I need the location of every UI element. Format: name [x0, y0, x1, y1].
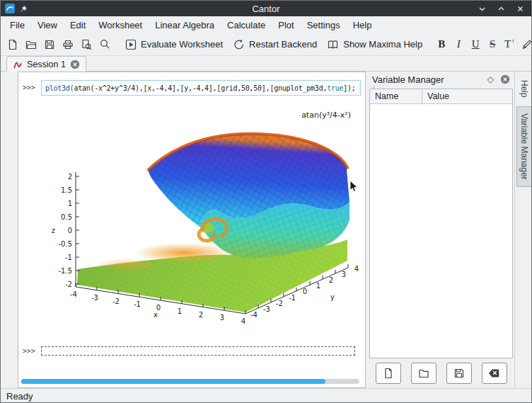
x-tick-label: 1: [178, 307, 182, 315]
print-icon: [62, 38, 74, 51]
superscript-label: T: [504, 38, 511, 50]
menu-calculate[interactable]: Calculate: [221, 18, 272, 33]
menu-view[interactable]: View: [31, 18, 64, 33]
superscript-button[interactable]: T↑: [501, 35, 518, 54]
menu-file[interactable]: File: [4, 18, 31, 33]
command-entry[interactable]: plot3d(atan(-x^2+y^3/4),[x,-4,4],[y,-4,4…: [41, 80, 361, 96]
bold-button[interactable]: B: [433, 35, 450, 54]
variables-table[interactable]: Name Value: [369, 89, 513, 358]
evaluate-worksheet-button[interactable]: Evaluate Worksheet: [120, 35, 228, 54]
x-tick-label: -2: [112, 297, 120, 305]
plot-title: atan(y³/4-x²): [301, 110, 351, 120]
print-preview-button[interactable]: [77, 35, 96, 54]
variable-manager-toolbar: [368, 363, 514, 384]
code-keyword: true: [327, 84, 343, 92]
y-tick-label: 0: [303, 288, 307, 295]
entry-grip-icon[interactable]: ⋮⋮: [356, 84, 369, 91]
underline-button[interactable]: U: [467, 35, 484, 54]
code-tail: ]);: [343, 84, 355, 92]
superscript-mark: ↑: [511, 38, 515, 45]
menu-edit[interactable]: Edit: [64, 18, 92, 33]
restart-backend-label: Restart Backend: [249, 39, 317, 50]
pen-icon: [521, 38, 532, 51]
command-code: plot3d(atan(-x^2+y^3/4),[x,-4,4],[y,-4,4…: [45, 84, 356, 92]
column-header-value[interactable]: Value: [422, 89, 454, 103]
clear-icon: [488, 368, 500, 379]
print-preview-icon: [80, 38, 93, 51]
find-button[interactable]: [96, 35, 114, 54]
session-tabbar: Session 1: [1, 56, 531, 72]
y-tick-label: -3: [263, 305, 270, 313]
menu-plot[interactable]: Plot: [272, 18, 300, 33]
open-button[interactable]: [22, 35, 40, 54]
close-icon[interactable]: [516, 5, 524, 13]
y-tick-label: 3: [342, 271, 346, 278]
z-tick-label: 0.5: [61, 213, 72, 221]
menu-worksheet[interactable]: Worksheet: [92, 18, 149, 33]
y-tick-label: -1: [289, 294, 296, 302]
code-args: atan(-x^2+y^3/4),[x,-4,4],[y,-4,4],[grid…: [74, 84, 327, 92]
worksheet-area[interactable]: >>> plot3d(atan(-x^2+y^3/4),[x,-4,4],[y,…: [18, 72, 366, 388]
maximize-icon[interactable]: [497, 5, 505, 13]
dock-tab-strip: Help Variable Manager: [514, 72, 532, 388]
toolbar: Evaluate Worksheet Restart Backend Show …: [1, 33, 531, 56]
save-variables-button[interactable]: [446, 363, 472, 384]
restart-backend-button[interactable]: Restart Backend: [228, 35, 322, 54]
dock-tab-variable-manager[interactable]: Variable Manager: [516, 106, 532, 187]
dock-tab-help[interactable]: Help: [517, 74, 531, 104]
restart-icon: [233, 38, 245, 51]
horizontal-scrollbar-thumb[interactable]: [21, 379, 325, 384]
titlebar[interactable]: Cantor: [1, 1, 531, 16]
save-icon: [453, 368, 465, 379]
code-function: plot3d(: [45, 84, 74, 92]
menu-settings[interactable]: Settings: [301, 18, 347, 33]
help-book-icon: [327, 38, 340, 51]
panel-close-icon[interactable]: [500, 74, 510, 84]
italic-button[interactable]: I: [450, 35, 467, 54]
x-tick-label: -1: [134, 300, 141, 308]
x-axis-label: x: [154, 311, 158, 319]
load-variables-button[interactable]: [411, 363, 436, 384]
menu-linear-algebra[interactable]: Linear Algebra: [149, 18, 221, 33]
tab-close-icon[interactable]: [70, 59, 80, 69]
z-tick-label: -1: [65, 254, 72, 261]
folder-icon: [418, 368, 429, 379]
variables-table-header: Name Value: [370, 89, 512, 104]
empty-command-entry[interactable]: [41, 346, 355, 356]
minimize-icon[interactable]: [478, 5, 486, 13]
x-tick-label: -3: [91, 294, 98, 302]
z-axis-label: z: [52, 227, 55, 234]
new-variable-button[interactable]: [376, 363, 401, 384]
y-tick-label: 4: [354, 265, 359, 273]
statusbar: Ready: [1, 388, 531, 403]
variable-manager-panel: Variable Manager ◇ Name Value: [368, 72, 514, 388]
tab-session-1[interactable]: Session 1: [6, 56, 86, 72]
save-button[interactable]: [40, 35, 59, 54]
z-tick-label: -0.5: [58, 240, 72, 248]
x-tick-label: 2: [199, 311, 203, 319]
status-text: Ready: [6, 391, 33, 402]
z-tick-label: 1: [68, 200, 72, 208]
text-color-button[interactable]: [518, 35, 532, 54]
plot3d-output: atan(y³/4-x²) 2 1.5 1 0.5 0 -0.5 -1 -1.5…: [42, 106, 364, 340]
window-title: Cantor: [1, 4, 531, 14]
column-header-name[interactable]: Name: [370, 89, 422, 103]
menu-help[interactable]: Help: [347, 18, 378, 33]
new-worksheet-button[interactable]: [4, 35, 22, 54]
show-maxima-help-button[interactable]: Show Maxima Help: [322, 35, 427, 54]
app-icon: [5, 4, 15, 13]
z-tick-label: 0: [68, 227, 72, 234]
panel-float-icon[interactable]: ◇: [487, 74, 494, 84]
variable-manager-title: Variable Manager: [372, 74, 487, 85]
mouse-cursor: [349, 180, 359, 196]
horizontal-scrollbar[interactable]: [21, 379, 359, 384]
cantor-window: Cantor File View Edit Worksheet Linear A…: [0, 0, 532, 403]
print-button[interactable]: [59, 35, 77, 54]
clear-variables-button[interactable]: [482, 363, 507, 384]
z-tick-label: 2: [68, 173, 72, 181]
maxima-icon: [13, 59, 23, 69]
command-prompt: >>>: [23, 84, 35, 91]
z-tick-label: -2: [65, 280, 72, 288]
pin-icon[interactable]: [20, 5, 28, 13]
strikeout-button[interactable]: S: [484, 35, 501, 54]
